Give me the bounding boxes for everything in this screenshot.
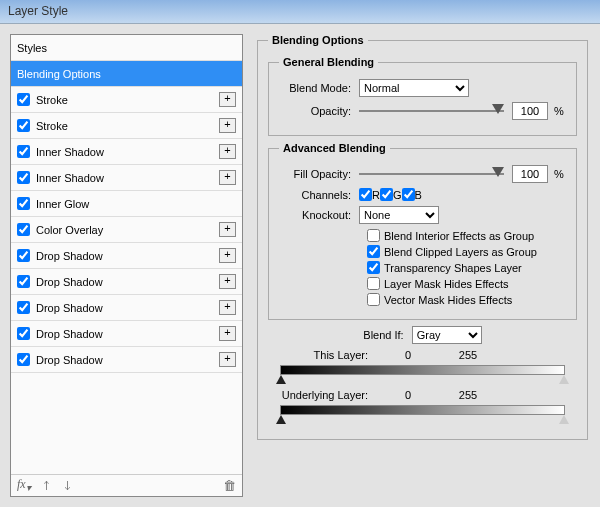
- this-layer-high: 255: [438, 349, 498, 361]
- style-row-6[interactable]: Color Overlay+: [11, 217, 242, 243]
- style-checkbox[interactable]: [17, 275, 30, 288]
- style-checkbox[interactable]: [17, 119, 30, 132]
- adv-check-row-2: Transparency Shapes Layer: [367, 261, 566, 274]
- fill-opacity-slider[interactable]: [359, 167, 504, 181]
- add-effect-button[interactable]: +: [219, 170, 236, 185]
- style-checkbox[interactable]: [17, 249, 30, 262]
- dialog-content: Styles Blending OptionsStroke+Stroke+Inn…: [0, 24, 600, 507]
- blend-mode-select[interactable]: Normal: [359, 79, 469, 97]
- underlying-black-handle[interactable]: [276, 415, 286, 424]
- adv-checkbox[interactable]: [367, 245, 380, 258]
- channel-b-checkbox[interactable]: [402, 188, 415, 201]
- add-effect-button[interactable]: +: [219, 248, 236, 263]
- adv-check-row-3: Layer Mask Hides Effects: [367, 277, 566, 290]
- underlying-gradient[interactable]: [280, 405, 565, 415]
- style-label: Color Overlay: [36, 224, 103, 236]
- style-label: Inner Shadow: [36, 172, 104, 184]
- channel-r-checkbox[interactable]: [359, 188, 372, 201]
- style-checkbox[interactable]: [17, 223, 30, 236]
- underlying-high: 255: [438, 389, 498, 401]
- style-row-10[interactable]: Drop Shadow+: [11, 321, 242, 347]
- trash-icon[interactable]: 🗑: [223, 478, 236, 493]
- channel-g-label: G: [393, 189, 402, 201]
- style-row-11[interactable]: Drop Shadow+: [11, 347, 242, 373]
- blending-options-group: Blending Options General Blending Blend …: [257, 34, 588, 440]
- style-checkbox[interactable]: [17, 327, 30, 340]
- fill-opacity-label: Fill Opacity:: [279, 168, 359, 180]
- channel-b-label: B: [415, 189, 422, 201]
- style-row-9[interactable]: Drop Shadow+: [11, 295, 242, 321]
- this-layer-low: 0: [378, 349, 438, 361]
- opacity-label: Opacity:: [279, 105, 359, 117]
- style-row-0[interactable]: Blending Options: [11, 61, 242, 87]
- opacity-input[interactable]: [512, 102, 548, 120]
- underlying-label: Underlying Layer:: [268, 389, 378, 401]
- style-row-4[interactable]: Inner Shadow+: [11, 165, 242, 191]
- add-effect-button[interactable]: +: [219, 326, 236, 341]
- adv-check-row-0: Blend Interior Effects as Group: [367, 229, 566, 242]
- titlebar: Layer Style: [0, 0, 600, 24]
- blend-if-select[interactable]: Gray: [412, 326, 482, 344]
- adv-checkbox[interactable]: [367, 293, 380, 306]
- style-row-2[interactable]: Stroke+: [11, 113, 242, 139]
- style-label: Drop Shadow: [36, 276, 103, 288]
- advanced-blending-legend: Advanced Blending: [279, 142, 390, 154]
- style-checkbox[interactable]: [17, 353, 30, 366]
- knockout-label: Knockout:: [279, 209, 359, 221]
- add-effect-button[interactable]: +: [219, 144, 236, 159]
- fx-icon[interactable]: fx▾: [17, 477, 31, 493]
- general-blending-group: General Blending Blend Mode: Normal Opac…: [268, 56, 577, 136]
- style-checkbox[interactable]: [17, 301, 30, 314]
- opacity-slider[interactable]: [359, 104, 504, 118]
- adv-check-label: Transparency Shapes Layer: [384, 262, 522, 274]
- this-layer-white-handle[interactable]: [559, 375, 569, 384]
- advanced-blending-group: Advanced Blending Fill Opacity: % Channe…: [268, 142, 577, 320]
- move-up-icon[interactable]: 🡑: [41, 480, 52, 492]
- styles-header-row[interactable]: Styles: [11, 35, 242, 61]
- underlying-white-handle[interactable]: [559, 415, 569, 424]
- knockout-select[interactable]: None: [359, 206, 439, 224]
- style-label: Drop Shadow: [36, 354, 103, 366]
- adv-checkbox[interactable]: [367, 229, 380, 242]
- blend-mode-label: Blend Mode:: [279, 82, 359, 94]
- channel-g-checkbox[interactable]: [380, 188, 393, 201]
- style-checkbox[interactable]: [17, 171, 30, 184]
- options-panel: Blending Options General Blending Blend …: [255, 34, 590, 497]
- add-effect-button[interactable]: +: [219, 118, 236, 133]
- window-title: Layer Style: [8, 4, 68, 18]
- general-blending-legend: General Blending: [279, 56, 378, 68]
- styles-list: Styles Blending OptionsStroke+Stroke+Inn…: [11, 35, 242, 474]
- style-checkbox[interactable]: [17, 197, 30, 210]
- adv-checkbox[interactable]: [367, 261, 380, 274]
- this-layer-gradient[interactable]: [280, 365, 565, 375]
- style-row-7[interactable]: Drop Shadow+: [11, 243, 242, 269]
- style-row-1[interactable]: Stroke+: [11, 87, 242, 113]
- move-down-icon[interactable]: 🡓: [62, 480, 73, 492]
- channel-r-label: R: [372, 189, 380, 201]
- style-label: Blending Options: [17, 68, 101, 80]
- style-label: Stroke: [36, 120, 68, 132]
- styles-footer: fx▾ 🡑 🡓 🗑: [11, 474, 242, 496]
- style-row-5[interactable]: Inner Glow: [11, 191, 242, 217]
- this-layer-black-handle[interactable]: [276, 375, 286, 384]
- style-label: Drop Shadow: [36, 302, 103, 314]
- styles-header-label: Styles: [17, 42, 47, 54]
- style-checkbox[interactable]: [17, 145, 30, 158]
- add-effect-button[interactable]: +: [219, 222, 236, 237]
- style-row-8[interactable]: Drop Shadow+: [11, 269, 242, 295]
- add-effect-button[interactable]: +: [219, 274, 236, 289]
- add-effect-button[interactable]: +: [219, 92, 236, 107]
- adv-check-label: Blend Interior Effects as Group: [384, 230, 534, 242]
- add-effect-button[interactable]: +: [219, 352, 236, 367]
- style-checkbox[interactable]: [17, 93, 30, 106]
- add-effect-button[interactable]: +: [219, 300, 236, 315]
- styles-panel: Styles Blending OptionsStroke+Stroke+Inn…: [10, 34, 243, 497]
- opacity-unit: %: [554, 105, 564, 117]
- fill-opacity-input[interactable]: [512, 165, 548, 183]
- blending-options-legend: Blending Options: [268, 34, 368, 46]
- adv-check-row-4: Vector Mask Hides Effects: [367, 293, 566, 306]
- style-row-3[interactable]: Inner Shadow+: [11, 139, 242, 165]
- channels-label: Channels:: [279, 189, 359, 201]
- adv-checkbox[interactable]: [367, 277, 380, 290]
- underlying-low: 0: [378, 389, 438, 401]
